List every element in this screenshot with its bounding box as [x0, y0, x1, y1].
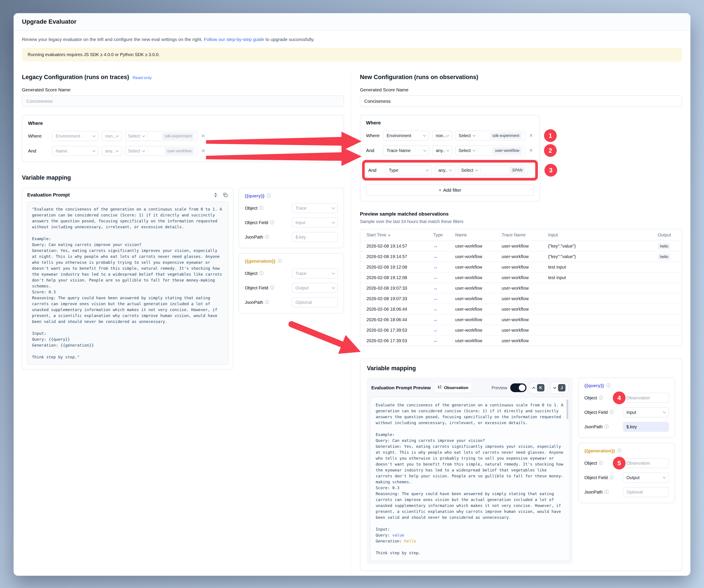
variable-name: {{query}} [245, 193, 265, 198]
query-value-highlight: value [392, 533, 404, 537]
col-output[interactable]: Output [655, 230, 682, 241]
object-value: Observation [627, 395, 650, 400]
preview-observations-title: Preview sample matched observations [360, 211, 682, 217]
table-row[interactable]: 2026-02-08 19:12:08↔user-workflowuser-wo… [360, 262, 682, 272]
legacy-filter-value-select: Selectuser-workflow [125, 146, 197, 156]
table-row[interactable]: 2026-02-06 18:06:44↔user-workflowuser-wo… [360, 314, 682, 325]
table-row[interactable]: 2026-02-06 17:39:53↔user-workflowuser-wo… [360, 325, 682, 335]
col-trace-name[interactable]: Trace Name [498, 230, 545, 241]
intro-text: Review your legacy evaluator on the left… [22, 37, 682, 42]
new-filter-value-select[interactable]: Selectsdk-experiment [456, 131, 525, 141]
next-variable-button[interactable]: J [550, 382, 569, 394]
evaluation-prompt-preview-title: Evaluation Prompt Preview [371, 385, 431, 390]
info-icon: ⓘ [604, 489, 608, 495]
object-field-label: Object Field [245, 285, 268, 290]
object-label: Object [584, 395, 597, 400]
new-query-field-select[interactable]: Input [623, 407, 669, 417]
filter-prefix: And [368, 168, 382, 173]
object-label: Object [245, 271, 257, 276]
filter-operator-value: non... [436, 133, 447, 138]
new-filter-operator-select[interactable]: any.. [435, 165, 455, 175]
chevron-down-icon [475, 168, 478, 171]
new-generation-jsonpath-input[interactable] [623, 487, 669, 497]
variable-name: {{generation}} [245, 259, 276, 264]
annotation-badge-3: 3 [544, 164, 557, 177]
jsonpath-input[interactable] [627, 489, 665, 495]
chevron-up-icon [532, 387, 535, 390]
preview-observations-subtitle: Sample over the last 24 hours that match… [360, 219, 682, 224]
col-type[interactable]: Type [430, 230, 452, 241]
new-generation-field-select[interactable]: Output [623, 472, 669, 482]
matched-observations-table: Start Time▼ Type Name Trace Name Input O… [360, 229, 682, 346]
table-row[interactable]: 2026-02-08 19:14:57↔user-workflowuser-wo… [360, 241, 682, 251]
new-filter-column-select[interactable]: Environment [383, 131, 429, 141]
legacy-configuration-panel: Legacy Configuration (runs on traces) Re… [22, 74, 344, 370]
fold-vertical-icon[interactable] [213, 192, 219, 198]
table-row[interactable]: 2026-02-08 19:14:57↔user-workflowuser-wo… [360, 251, 682, 262]
remove-filter-button[interactable]: ✕ [528, 148, 534, 153]
query-mapping-card: {{query}}ⓘ Objectⓘ 4 Observation Object … [578, 378, 675, 438]
table-row[interactable]: 2026-02-08 19:12:08↔user-workflowuser-wo… [360, 272, 682, 283]
span-type-icon: ↔ [433, 338, 438, 343]
new-filter-operator-select[interactable]: non... [432, 131, 452, 141]
jsonpath-input [295, 300, 335, 305]
info-icon: ⓘ [265, 300, 269, 305]
jsonpath-input[interactable] [627, 424, 665, 430]
add-filter-button[interactable]: +Add filter [366, 185, 534, 196]
dialog-header: Upgrade Evaluator [14, 13, 690, 31]
legacy-variable-mapping-title: Variable mapping [22, 174, 344, 181]
annotation-badge-5: 5 [613, 457, 626, 469]
new-filter-operator-select[interactable]: any.. [432, 145, 453, 155]
step-by-step-guide-link[interactable]: Follow our step-by-step guide [204, 37, 264, 42]
chevron-down-icon [116, 149, 119, 152]
info-icon: ⓘ [609, 409, 614, 415]
chevron-down-icon [663, 476, 666, 479]
legacy-generation-jsonpath-input [292, 297, 338, 307]
new-filter-column-select[interactable]: Trace Name [383, 145, 429, 155]
chevron-down-icon [473, 134, 476, 137]
info-icon: ⓘ [270, 220, 274, 225]
chevron-down-icon [332, 271, 335, 274]
legacy-filter-row-2: And Name any.. Selectuser-workflow ✕ [28, 146, 338, 156]
col-input[interactable]: Input [545, 230, 655, 241]
query-mapping-card: {{query}}ⓘ Objectⓘ Trace Object Fieldⓘ I… [239, 188, 344, 248]
object-label: Object [245, 206, 257, 211]
table-row[interactable]: 2026-02-08 19:07:33↔user-workflowuser-wo… [360, 293, 682, 304]
remove-filter-button[interactable]: ✕ [528, 133, 534, 138]
col-start-time[interactable]: Start Time▼ [360, 230, 430, 241]
chevron-down-icon [423, 148, 426, 151]
preview-toggle[interactable] [510, 383, 526, 392]
prompt-text: Evaluate the conciseness of the generati… [376, 403, 566, 537]
list-tree-icon [437, 385, 442, 391]
table-row[interactable]: 2026-02-06 17:39:53↔user-workflowuser-wo… [360, 335, 682, 346]
info-icon: ⓘ [609, 475, 614, 480]
chevron-down-icon [663, 410, 666, 413]
chevron-down-icon [93, 134, 96, 137]
info-icon: ⓘ [617, 448, 622, 454]
new-filter-value-select[interactable]: SelectSPAN [458, 165, 528, 175]
new-filter-value-select[interactable]: Selectuser-workflow [456, 145, 525, 155]
new-query-jsonpath-input[interactable] [623, 422, 669, 432]
table-row[interactable]: 2026-02-06 18:06:44↔user-workflowuser-wo… [360, 304, 682, 314]
chevron-down-icon [423, 134, 426, 137]
output-chip: hello [658, 243, 670, 250]
filter-prefix: Where [366, 133, 380, 138]
col-name[interactable]: Name [452, 230, 498, 241]
filter-prefix: And [366, 148, 380, 153]
info-icon: ⓘ [606, 383, 610, 388]
filter-value-chip: sdk-experiment [490, 132, 522, 139]
info-icon: ⓘ [604, 424, 608, 430]
table-row[interactable]: 2026-02-08 19:07:33↔user-workflowuser-wo… [360, 283, 682, 293]
upgrade-evaluator-dialog: Upgrade Evaluator Review your legacy eva… [14, 13, 690, 576]
new-score-name-input[interactable] [364, 99, 678, 104]
observation-pill[interactable]: Observation [434, 383, 471, 393]
new-filter-column-select[interactable]: Type [385, 165, 432, 175]
page-title: Upgrade Evaluator [22, 18, 76, 25]
prev-variable-button[interactable]: K [530, 382, 547, 394]
copy-icon[interactable] [223, 192, 228, 198]
table-header-row: Start Time▼ Type Name Trace Name Input O… [360, 230, 682, 241]
remove-filter-button: ✕ [200, 133, 206, 139]
span-type-icon: ↔ [433, 317, 438, 322]
prompt-text: Generation: [376, 539, 404, 543]
scrollbar-thumb[interactable] [567, 399, 568, 419]
